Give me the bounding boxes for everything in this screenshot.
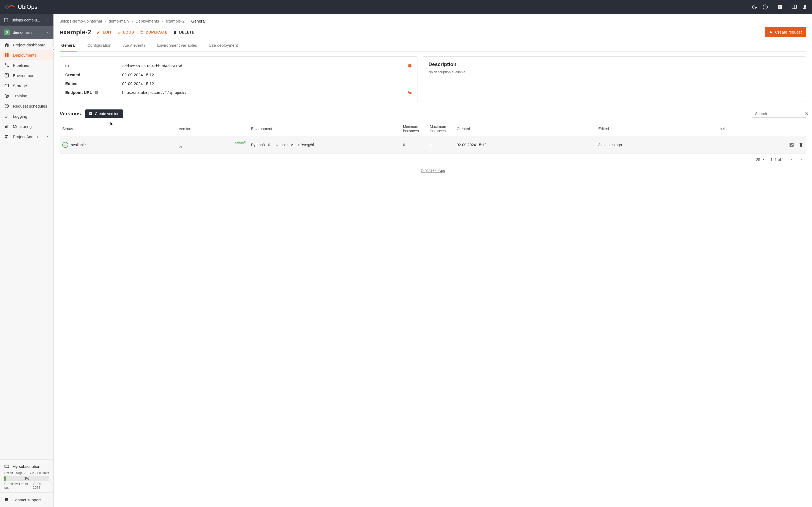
footer-link[interactable]: © 2024 UbiOps bbox=[60, 166, 806, 176]
page-size-selector[interactable]: 25 bbox=[756, 158, 765, 162]
details-card: ID 3dd9c56b-3a92-47bb-8f4d-2416d... Crea… bbox=[60, 56, 418, 102]
sidebar-item-deployments[interactable]: Deployments bbox=[0, 50, 53, 60]
col-environment[interactable]: Environment bbox=[248, 122, 400, 136]
crumb-item[interactable]: example-2 bbox=[166, 19, 185, 23]
status-text: available bbox=[71, 143, 86, 147]
svg-point-21 bbox=[6, 96, 7, 96]
sidebar-item-monitoring[interactable]: Monitoring bbox=[0, 121, 53, 131]
copy-icon bbox=[408, 91, 412, 95]
tab-envvars[interactable]: Environment variables bbox=[155, 40, 198, 52]
created-label: Created bbox=[65, 72, 119, 77]
col-min[interactable]: Minimum instances bbox=[400, 122, 427, 136]
user-icon[interactable] bbox=[802, 4, 808, 10]
topbar: UbiOps bbox=[0, 0, 812, 14]
sidebar-item-admin[interactable]: Project Admin bbox=[0, 131, 53, 142]
svg-rect-4 bbox=[5, 18, 8, 22]
org-selector[interactable]: ubiops-demo-u... bbox=[0, 14, 53, 26]
crumb-project[interactable]: demo-main bbox=[109, 19, 129, 23]
chevron-down-icon bbox=[46, 31, 50, 34]
breadcrumb: ubiops-demo-ubinternal › demo-main › Dep… bbox=[60, 19, 806, 23]
home-icon bbox=[4, 42, 9, 47]
sidebar-item-dashboard[interactable]: Project dashboard bbox=[0, 40, 53, 50]
page-range: 1–1 of 1 bbox=[770, 158, 784, 162]
id-label: ID bbox=[65, 64, 119, 68]
svg-rect-26 bbox=[5, 126, 6, 128]
help-icon[interactable]: ? bbox=[94, 91, 99, 95]
row-edited: 3 minutes ago bbox=[596, 136, 713, 154]
copy-icon bbox=[139, 30, 144, 34]
description-title: Description bbox=[428, 61, 801, 67]
table-row[interactable]: available default v1 Python3.10 - exampl… bbox=[60, 136, 806, 154]
default-tag: default bbox=[179, 140, 246, 144]
brand[interactable]: UbiOps bbox=[4, 3, 37, 10]
col-labels[interactable]: Labels bbox=[713, 122, 779, 136]
duplicate-button[interactable]: DUPLICATE bbox=[139, 30, 167, 34]
edit-button[interactable]: EDIT bbox=[96, 30, 111, 34]
create-request-button[interactable]: Create request bbox=[765, 27, 806, 37]
svg-rect-36 bbox=[141, 32, 143, 34]
prev-page-button[interactable] bbox=[790, 158, 794, 162]
tab-use[interactable]: Use deployment bbox=[207, 40, 240, 52]
crumb-deployments[interactable]: Deployments bbox=[136, 19, 159, 23]
subscription-link[interactable]: My subscription bbox=[4, 462, 49, 470]
pipelines-icon bbox=[4, 63, 9, 68]
monitoring-icon bbox=[4, 124, 9, 129]
environments-icon bbox=[4, 73, 9, 78]
sidebar-item-logging[interactable]: Logging bbox=[0, 111, 53, 121]
sort-up-icon: ↑ bbox=[610, 127, 612, 131]
svg-rect-14 bbox=[7, 55, 9, 57]
play-icon bbox=[769, 30, 773, 34]
chevron-left-icon bbox=[790, 158, 794, 162]
svg-point-3 bbox=[804, 5, 806, 7]
pagination: 25 1–1 of 1 bbox=[60, 154, 806, 166]
title-row: example-2 EDIT LOGS DUPLICATE DELETE Cre… bbox=[60, 27, 806, 37]
sidebar-item-training[interactable]: Training bbox=[0, 91, 53, 101]
sidebar-item-schedules[interactable]: Request schedules bbox=[0, 101, 53, 111]
create-version-button[interactable]: Create version bbox=[85, 109, 123, 118]
description-card: Description No description available bbox=[423, 56, 806, 102]
svg-rect-12 bbox=[7, 53, 9, 55]
contact-support[interactable]: Contact support bbox=[0, 492, 53, 507]
tab-general[interactable]: General bbox=[60, 40, 77, 52]
crumb-org[interactable]: ubiops-demo-ubinternal bbox=[60, 19, 102, 23]
svg-rect-28 bbox=[7, 125, 8, 128]
copy-id-button[interactable] bbox=[408, 64, 412, 68]
sidebar-collapse[interactable] bbox=[51, 47, 56, 52]
copy-endpoint-button[interactable] bbox=[408, 91, 412, 95]
sidebar-item-pipelines[interactable]: Pipelines bbox=[0, 60, 53, 70]
row-select-button[interactable] bbox=[789, 142, 794, 148]
logs-button[interactable]: LOGS bbox=[117, 30, 134, 34]
sidebar-item-storage[interactable]: Storage bbox=[0, 80, 53, 91]
next-page-button[interactable] bbox=[799, 158, 803, 162]
col-max[interactable]: Maximum instances bbox=[427, 122, 454, 136]
brand-text: UbiOps bbox=[18, 3, 37, 10]
endpoint-label: Endpoint URL ? bbox=[65, 90, 119, 95]
add-icon[interactable] bbox=[777, 4, 786, 10]
docs-icon[interactable] bbox=[792, 4, 797, 10]
col-created[interactable]: Created bbox=[454, 122, 596, 136]
reset-label: Credits will reset on: bbox=[4, 482, 33, 490]
clear-search-button[interactable] bbox=[804, 111, 809, 116]
col-status[interactable]: Status bbox=[60, 122, 176, 136]
row-created: 02-09-2024 15:12 bbox=[454, 136, 596, 154]
tab-configuration[interactable]: Configuration bbox=[86, 40, 113, 52]
search-input[interactable] bbox=[755, 112, 802, 116]
sidebar-item-environments[interactable]: Environments bbox=[0, 70, 53, 80]
svg-rect-31 bbox=[5, 465, 9, 468]
col-edited[interactable]: Edited↑ bbox=[596, 122, 713, 136]
endpoint-value: https://api.ubiops.com/v2.1/projects/... bbox=[122, 90, 405, 95]
dark-mode-icon[interactable] bbox=[752, 4, 757, 10]
card-icon bbox=[4, 464, 9, 469]
check-square-icon bbox=[789, 142, 794, 148]
help-icon[interactable] bbox=[763, 4, 772, 10]
plus-icon bbox=[89, 112, 93, 116]
description-body: No description available bbox=[428, 70, 801, 74]
tab-audit[interactable]: Audit events bbox=[122, 40, 147, 52]
project-selector[interactable]: D demo-main bbox=[0, 26, 53, 39]
versions-search[interactable] bbox=[752, 110, 806, 117]
delete-button[interactable]: DELETE bbox=[173, 30, 194, 34]
col-version[interactable]: Version bbox=[176, 122, 248, 136]
svg-point-16 bbox=[7, 66, 9, 67]
row-delete-button[interactable] bbox=[799, 143, 803, 147]
admin-icon bbox=[4, 134, 9, 139]
